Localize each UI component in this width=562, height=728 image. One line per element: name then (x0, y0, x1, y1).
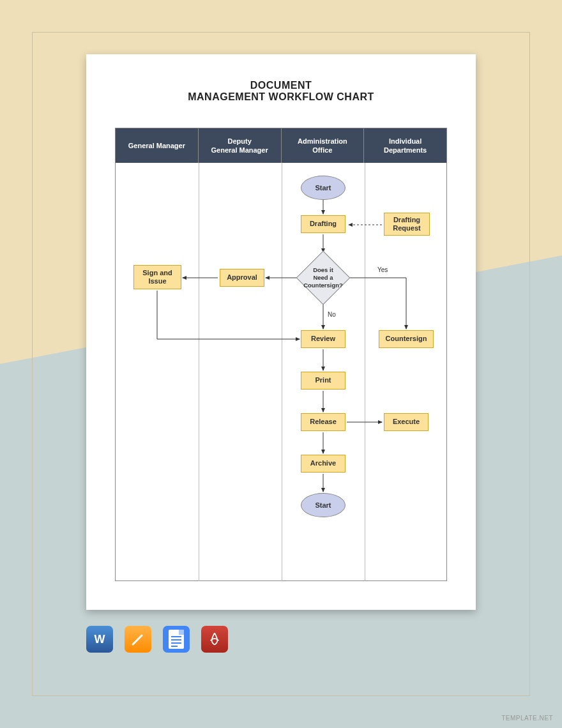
watermark-text: TEMPLATE.NET (501, 715, 553, 722)
node-sign-issue: Sign andIssue (133, 265, 181, 289)
edge-label-yes: Yes (377, 266, 388, 273)
lane-divider (282, 163, 282, 581)
lane-header-admin-office: AdministrationOffice (282, 128, 365, 163)
node-approval: Approval (220, 269, 264, 287)
node-execute: Execute (384, 413, 429, 431)
lane-divider (365, 163, 365, 581)
node-countersign: Countersign (379, 330, 434, 348)
node-drafting-request: DraftingRequest (384, 213, 430, 236)
node-review: Review (301, 330, 346, 348)
lane-header-individual-dept: IndividualDepartments (364, 128, 446, 163)
node-end: Start (301, 493, 346, 517)
title-line-2: MANAGEMENT WORKFLOW CHART (86, 91, 476, 103)
node-archive: Archive (301, 455, 346, 473)
node-decision: Does itNeed aCountersign? (298, 252, 349, 303)
node-drafting: Drafting (301, 215, 346, 233)
swimlane-chart: General Manager DeputyGeneral Manager Ad… (115, 128, 447, 581)
lane-header-row: General Manager DeputyGeneral Manager Ad… (116, 128, 446, 163)
format-icons-row: W (86, 626, 228, 653)
lane-divider (199, 163, 199, 581)
lane-body: Start Drafting DraftingRequest Does itNe… (116, 163, 446, 581)
pdf-icon (201, 626, 228, 653)
google-docs-icon (163, 626, 190, 653)
node-print: Print (301, 372, 346, 390)
document-page: DOCUMENT MANAGEMENT WORKFLOW CHART Gener… (86, 54, 476, 610)
title-line-1: DOCUMENT (86, 80, 476, 91)
edge-label-no: No (328, 311, 336, 318)
page-title: DOCUMENT MANAGEMENT WORKFLOW CHART (86, 80, 476, 103)
node-release: Release (301, 413, 346, 431)
pages-icon (125, 626, 151, 653)
decision-text: Does itNeed aCountersign? (292, 252, 354, 303)
node-start: Start (301, 176, 346, 200)
lane-header-general-manager: General Manager (116, 128, 199, 163)
lane-header-deputy-gm: DeputyGeneral Manager (199, 128, 282, 163)
word-icon: W (86, 626, 113, 653)
